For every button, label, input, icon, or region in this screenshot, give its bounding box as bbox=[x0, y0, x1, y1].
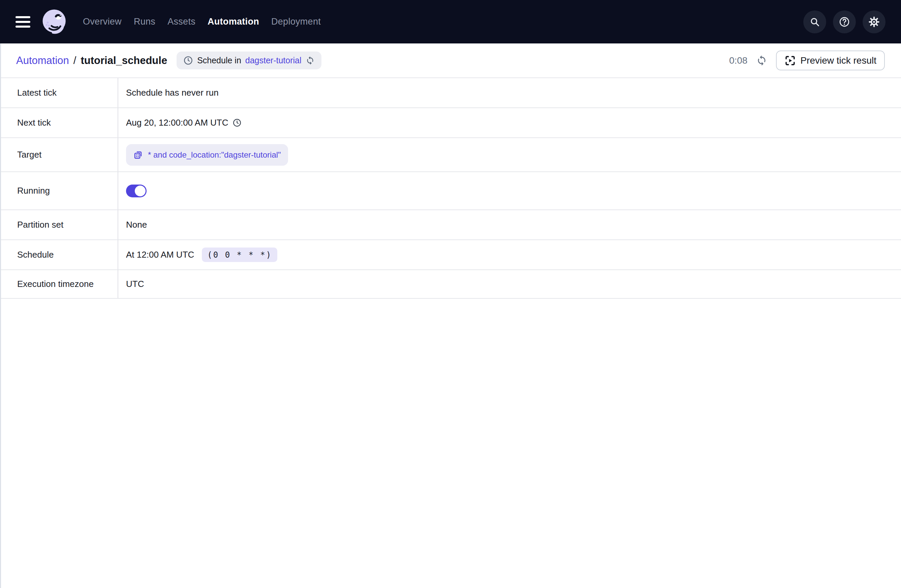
page-header-actions: 0:08 Preview tick result bbox=[729, 51, 885, 70]
primary-nav: Overview Runs Assets Automation Deployme… bbox=[83, 17, 321, 27]
schedule-details-table: Latest tick Schedule has never run Next … bbox=[0, 78, 901, 299]
asset-selection-icon bbox=[133, 149, 143, 160]
nav-item-overview[interactable]: Overview bbox=[83, 17, 122, 27]
row-label: Schedule bbox=[0, 240, 118, 269]
help-button[interactable] bbox=[833, 11, 856, 33]
page-header: Automation / tutorial_schedule Schedule … bbox=[0, 44, 901, 78]
nav-item-runs[interactable]: Runs bbox=[134, 17, 155, 27]
asset-selection-text: * and code_location:"dagster-tutorial" bbox=[148, 150, 281, 160]
row-execution-timezone: Execution timezone UTC bbox=[0, 270, 901, 299]
preview-button-label: Preview tick result bbox=[800, 55, 876, 66]
cron-expression-badge: (0 0 * * *) bbox=[202, 247, 277, 262]
refresh-countdown: 0:08 bbox=[729, 55, 748, 66]
row-label: Next tick bbox=[0, 108, 118, 137]
menu-icon[interactable] bbox=[16, 16, 30, 28]
execution-timezone-value: UTC bbox=[126, 279, 144, 289]
breadcrumb-automation-link[interactable]: Automation bbox=[16, 54, 69, 67]
row-label: Target bbox=[0, 138, 118, 171]
gear-icon bbox=[868, 16, 880, 28]
row-partition-set: Partition set None bbox=[0, 210, 901, 240]
toggle-knob bbox=[135, 185, 146, 196]
refresh-icon bbox=[756, 55, 767, 66]
dagster-logo[interactable] bbox=[41, 8, 69, 36]
schedule-in-label: Schedule in bbox=[197, 56, 241, 65]
top-nav-actions bbox=[803, 11, 885, 33]
breadcrumb-separator: / bbox=[73, 54, 76, 67]
next-tick-value: Aug 20, 12:00:00 AM UTC bbox=[126, 118, 228, 128]
page-left-edge-line bbox=[0, 44, 1, 588]
code-location-link[interactable]: dagster-tutorial bbox=[245, 56, 302, 65]
page-title: tutorial_schedule bbox=[81, 54, 167, 67]
asset-selection-badge[interactable]: * and code_location:"dagster-tutorial" bbox=[126, 144, 288, 166]
search-icon bbox=[809, 16, 820, 28]
refresh-button[interactable] bbox=[756, 55, 767, 66]
nav-item-automation[interactable]: Automation bbox=[207, 17, 259, 27]
row-label: Execution timezone bbox=[0, 270, 118, 298]
row-running: Running bbox=[0, 172, 901, 210]
top-nav: Overview Runs Assets Automation Deployme… bbox=[0, 0, 901, 44]
partition-set-value: None bbox=[126, 219, 147, 230]
row-label: Latest tick bbox=[0, 78, 118, 107]
row-schedule: Schedule At 12:00 AM UTC (0 0 * * *) bbox=[0, 240, 901, 270]
row-label: Partition set bbox=[0, 210, 118, 240]
row-target: Target * and code_location:"dagster-tuto… bbox=[0, 138, 901, 172]
nav-item-assets[interactable]: Assets bbox=[167, 17, 195, 27]
latest-tick-value: Schedule has never run bbox=[126, 87, 219, 98]
sync-icon[interactable] bbox=[306, 56, 315, 65]
schedule-human-value: At 12:00 AM UTC bbox=[126, 250, 194, 260]
nav-item-deployment[interactable]: Deployment bbox=[271, 17, 321, 27]
search-button[interactable] bbox=[803, 11, 826, 33]
preview-tick-result-button[interactable]: Preview tick result bbox=[776, 51, 885, 70]
row-next-tick: Next tick Aug 20, 12:00:00 AM UTC bbox=[0, 108, 901, 138]
running-toggle[interactable] bbox=[126, 185, 147, 198]
schedule-location-badge: Schedule in dagster-tutorial bbox=[176, 51, 321, 69]
breadcrumb: Automation / tutorial_schedule bbox=[16, 54, 167, 67]
preview-icon bbox=[784, 55, 796, 66]
settings-button[interactable] bbox=[863, 11, 885, 33]
clock-icon bbox=[183, 56, 193, 65]
row-latest-tick: Latest tick Schedule has never run bbox=[0, 78, 901, 108]
help-icon bbox=[839, 16, 850, 28]
row-label: Running bbox=[0, 172, 118, 210]
timezone-clock-icon[interactable] bbox=[232, 118, 242, 127]
